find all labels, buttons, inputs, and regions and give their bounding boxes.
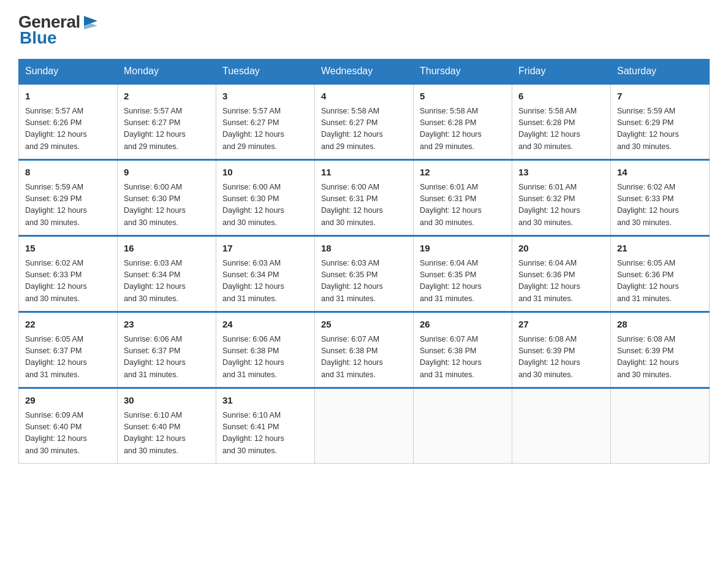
calendar-week-row: 22Sunrise: 6:05 AMSunset: 6:37 PMDayligh… xyxy=(19,312,710,388)
calendar-day-cell: 7Sunrise: 5:59 AMSunset: 6:29 PMDaylight… xyxy=(611,84,710,160)
weekday-header-wednesday: Wednesday xyxy=(315,59,414,84)
day-number: 17 xyxy=(222,242,309,256)
calendar-day-cell: 18Sunrise: 6:03 AMSunset: 6:35 PMDayligh… xyxy=(315,236,414,312)
day-info: Sunrise: 5:58 AMSunset: 6:27 PMDaylight:… xyxy=(321,105,408,153)
weekday-header-monday: Monday xyxy=(118,59,216,84)
calendar-day-cell: 4Sunrise: 5:58 AMSunset: 6:27 PMDaylight… xyxy=(315,84,414,160)
calendar-day-cell: 8Sunrise: 5:59 AMSunset: 6:29 PMDaylight… xyxy=(19,160,118,236)
day-number: 6 xyxy=(518,90,605,104)
weekday-header-row: SundayMondayTuesdayWednesdayThursdayFrid… xyxy=(19,59,710,84)
day-number: 29 xyxy=(25,394,112,408)
day-info: Sunrise: 6:00 AMSunset: 6:30 PMDaylight:… xyxy=(124,182,211,229)
calendar-day-cell: 24Sunrise: 6:06 AMSunset: 6:38 PMDayligh… xyxy=(216,312,315,388)
day-info: Sunrise: 6:04 AMSunset: 6:35 PMDaylight:… xyxy=(420,258,507,305)
day-number: 11 xyxy=(321,166,408,180)
day-info: Sunrise: 6:02 AMSunset: 6:33 PMDaylight:… xyxy=(25,258,112,305)
day-number: 9 xyxy=(124,166,211,180)
day-info: Sunrise: 6:09 AMSunset: 6:40 PMDaylight:… xyxy=(25,410,112,458)
day-info: Sunrise: 6:04 AMSunset: 6:36 PMDaylight:… xyxy=(518,258,605,305)
calendar-day-cell: 5Sunrise: 5:58 AMSunset: 6:28 PMDaylight… xyxy=(414,84,512,160)
day-info: Sunrise: 5:57 AMSunset: 6:27 PMDaylight:… xyxy=(222,105,309,153)
day-number: 1 xyxy=(25,90,112,104)
weekday-header-saturday: Saturday xyxy=(611,59,710,84)
calendar-day-cell xyxy=(414,388,512,464)
page-header: General Blue xyxy=(18,12,710,48)
day-info: Sunrise: 5:57 AMSunset: 6:26 PMDaylight:… xyxy=(25,105,112,153)
calendar-day-cell: 12Sunrise: 6:01 AMSunset: 6:31 PMDayligh… xyxy=(414,160,512,236)
day-info: Sunrise: 6:10 AMSunset: 6:40 PMDaylight:… xyxy=(124,410,211,458)
logo-flag-icon xyxy=(82,15,99,29)
logo-blue-text: Blue xyxy=(20,28,57,48)
day-info: Sunrise: 6:05 AMSunset: 6:37 PMDaylight:… xyxy=(25,334,112,381)
day-info: Sunrise: 6:07 AMSunset: 6:38 PMDaylight:… xyxy=(321,334,408,381)
day-number: 8 xyxy=(25,166,112,180)
day-number: 10 xyxy=(222,166,309,180)
day-number: 24 xyxy=(222,318,309,332)
day-number: 3 xyxy=(222,90,309,104)
day-info: Sunrise: 6:06 AMSunset: 6:38 PMDaylight:… xyxy=(222,334,309,381)
day-number: 31 xyxy=(222,394,309,408)
day-number: 5 xyxy=(420,90,507,104)
day-number: 15 xyxy=(25,242,112,256)
calendar-day-cell: 10Sunrise: 6:00 AMSunset: 6:30 PMDayligh… xyxy=(216,160,315,236)
weekday-header-friday: Friday xyxy=(512,59,611,84)
day-info: Sunrise: 6:08 AMSunset: 6:39 PMDaylight:… xyxy=(617,334,704,381)
day-number: 22 xyxy=(25,318,112,332)
calendar-day-cell: 3Sunrise: 5:57 AMSunset: 6:27 PMDaylight… xyxy=(216,84,315,160)
day-number: 4 xyxy=(321,90,408,104)
day-info: Sunrise: 6:05 AMSunset: 6:36 PMDaylight:… xyxy=(617,258,704,305)
calendar-table: SundayMondayTuesdayWednesdayThursdayFrid… xyxy=(18,59,710,464)
day-number: 28 xyxy=(617,318,704,332)
day-info: Sunrise: 5:58 AMSunset: 6:28 PMDaylight:… xyxy=(420,105,507,153)
calendar-day-cell xyxy=(512,388,611,464)
weekday-header-thursday: Thursday xyxy=(414,59,512,84)
calendar-day-cell: 20Sunrise: 6:04 AMSunset: 6:36 PMDayligh… xyxy=(512,236,611,312)
day-number: 13 xyxy=(518,166,605,180)
calendar-day-cell: 1Sunrise: 5:57 AMSunset: 6:26 PMDaylight… xyxy=(19,84,118,160)
calendar-day-cell: 19Sunrise: 6:04 AMSunset: 6:35 PMDayligh… xyxy=(414,236,512,312)
day-info: Sunrise: 5:58 AMSunset: 6:28 PMDaylight:… xyxy=(518,105,605,153)
day-number: 23 xyxy=(124,318,211,332)
day-info: Sunrise: 5:59 AMSunset: 6:29 PMDaylight:… xyxy=(617,105,704,153)
day-number: 30 xyxy=(124,394,211,408)
calendar-day-cell: 15Sunrise: 6:02 AMSunset: 6:33 PMDayligh… xyxy=(19,236,118,312)
day-number: 27 xyxy=(518,318,605,332)
day-info: Sunrise: 6:07 AMSunset: 6:38 PMDaylight:… xyxy=(420,334,507,381)
calendar-day-cell: 23Sunrise: 6:06 AMSunset: 6:37 PMDayligh… xyxy=(118,312,216,388)
calendar-day-cell: 26Sunrise: 6:07 AMSunset: 6:38 PMDayligh… xyxy=(414,312,512,388)
calendar-day-cell: 11Sunrise: 6:00 AMSunset: 6:31 PMDayligh… xyxy=(315,160,414,236)
day-info: Sunrise: 6:03 AMSunset: 6:35 PMDaylight:… xyxy=(321,258,408,305)
calendar-day-cell: 9Sunrise: 6:00 AMSunset: 6:30 PMDaylight… xyxy=(118,160,216,236)
calendar-day-cell xyxy=(611,388,710,464)
day-info: Sunrise: 6:08 AMSunset: 6:39 PMDaylight:… xyxy=(518,334,605,381)
day-number: 19 xyxy=(420,242,507,256)
day-info: Sunrise: 6:10 AMSunset: 6:41 PMDaylight:… xyxy=(222,410,309,458)
day-number: 2 xyxy=(124,90,211,104)
calendar-day-cell xyxy=(315,388,414,464)
day-info: Sunrise: 6:06 AMSunset: 6:37 PMDaylight:… xyxy=(124,334,211,381)
day-number: 18 xyxy=(321,242,408,256)
calendar-day-cell: 29Sunrise: 6:09 AMSunset: 6:40 PMDayligh… xyxy=(19,388,118,464)
weekday-header-tuesday: Tuesday xyxy=(216,59,315,84)
calendar-week-row: 29Sunrise: 6:09 AMSunset: 6:40 PMDayligh… xyxy=(19,388,710,464)
calendar-day-cell: 6Sunrise: 5:58 AMSunset: 6:28 PMDaylight… xyxy=(512,84,611,160)
calendar-day-cell: 13Sunrise: 6:01 AMSunset: 6:32 PMDayligh… xyxy=(512,160,611,236)
day-info: Sunrise: 6:01 AMSunset: 6:32 PMDaylight:… xyxy=(518,182,605,229)
day-info: Sunrise: 6:02 AMSunset: 6:33 PMDaylight:… xyxy=(617,182,704,229)
calendar-day-cell: 31Sunrise: 6:10 AMSunset: 6:41 PMDayligh… xyxy=(216,388,315,464)
day-info: Sunrise: 6:00 AMSunset: 6:30 PMDaylight:… xyxy=(222,182,309,229)
calendar-day-cell: 21Sunrise: 6:05 AMSunset: 6:36 PMDayligh… xyxy=(611,236,710,312)
day-number: 26 xyxy=(420,318,507,332)
day-info: Sunrise: 6:01 AMSunset: 6:31 PMDaylight:… xyxy=(420,182,507,229)
calendar-day-cell: 17Sunrise: 6:03 AMSunset: 6:34 PMDayligh… xyxy=(216,236,315,312)
day-info: Sunrise: 5:59 AMSunset: 6:29 PMDaylight:… xyxy=(25,182,112,229)
day-number: 14 xyxy=(617,166,704,180)
day-info: Sunrise: 6:03 AMSunset: 6:34 PMDaylight:… xyxy=(222,258,309,305)
calendar-day-cell: 16Sunrise: 6:03 AMSunset: 6:34 PMDayligh… xyxy=(118,236,216,312)
day-info: Sunrise: 5:57 AMSunset: 6:27 PMDaylight:… xyxy=(124,105,211,153)
day-number: 21 xyxy=(617,242,704,256)
day-info: Sunrise: 6:03 AMSunset: 6:34 PMDaylight:… xyxy=(124,258,211,305)
calendar-day-cell: 22Sunrise: 6:05 AMSunset: 6:37 PMDayligh… xyxy=(19,312,118,388)
calendar-week-row: 8Sunrise: 5:59 AMSunset: 6:29 PMDaylight… xyxy=(19,160,710,236)
day-info: Sunrise: 6:00 AMSunset: 6:31 PMDaylight:… xyxy=(321,182,408,229)
